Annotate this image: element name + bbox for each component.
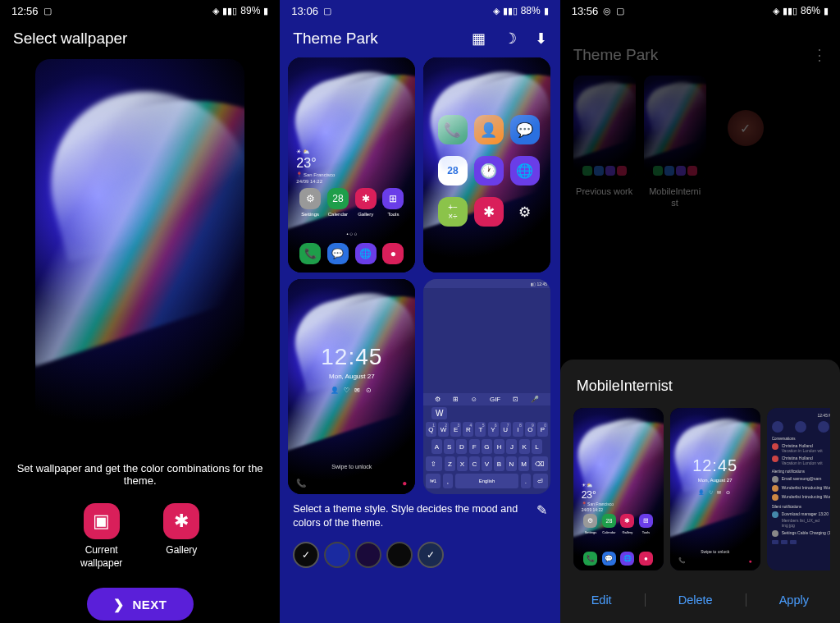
tools-app-icon: ⊞ — [382, 188, 404, 209]
wallpaper-preview[interactable] — [35, 59, 244, 449]
page-title: Select wallpaper — [0, 21, 280, 59]
current-wallpaper-label: Current wallpaper — [80, 544, 122, 570]
calendar-app-icon: 28 — [327, 188, 349, 209]
swipe-text: Swipe to unlock — [288, 464, 415, 470]
image-icon: ▢ — [323, 6, 331, 16]
gallery-app-icon: ✱ — [355, 188, 377, 209]
messages-icon: 💬 — [510, 115, 540, 144]
next-label: NEXT — [132, 598, 167, 612]
signal-icon: ▮▮▯ — [783, 6, 797, 16]
pencil-icon[interactable]: ✎ — [536, 502, 547, 518]
app-drawer-preview[interactable]: 📞 👤 💬 28 🕐 🌐 +−×÷ ✱ ⚙ — [423, 57, 550, 273]
status-time: 13:06 — [291, 5, 318, 17]
gallery-label: Gallery — [166, 544, 197, 557]
page-title-dimmed: Theme Park — [573, 46, 658, 64]
wifi-icon: ◈ — [773, 6, 779, 16]
checkmark-icon: ✓ — [740, 121, 751, 136]
download-icon[interactable]: ⬇ — [535, 30, 547, 48]
camera-icon: ● — [382, 243, 404, 264]
sheet-title: MobileInternist — [570, 378, 830, 395]
keyboard-rows: 1Q2W3E4R5T6Y7U8I9O0P ASDFGHJKL ⇧ZXCVBNM⌫… — [423, 420, 550, 490]
moon-icon[interactable]: ☽ — [504, 30, 517, 48]
battery-text: 86% — [801, 5, 820, 16]
gallery-icon: ✱ — [474, 197, 504, 227]
style-caption: Select a theme style. Style decides the … — [293, 502, 527, 530]
suggestion-bar: W — [423, 405, 550, 420]
color-swatch-4[interactable] — [386, 542, 413, 568]
keyboard-toolbar: ⚙⊞☺GIF⊡🎤 — [423, 393, 550, 405]
lock-time: 12:45 — [288, 344, 415, 370]
battery-icon: ▮ — [824, 6, 829, 16]
keyboard-preview[interactable]: ▮▯ 12:45 ⚙⊞☺GIF⊡🎤 W 1Q2W3E4R5T6Y7U8I9O0P… — [423, 279, 550, 494]
color-swatch-5[interactable]: ✓ — [418, 542, 444, 568]
battery-icon: ▮ — [544, 6, 549, 16]
phone-icon: 📞 — [438, 115, 468, 144]
lockscreen-preview[interactable]: 12:45 Mon, August 27 👤 ♡ ✉ ⊙ Swipe to un… — [288, 279, 415, 494]
calculator-icon: +−×÷ — [438, 197, 468, 227]
wifi-icon: ◈ — [493, 6, 500, 16]
status-time: 12:56 — [11, 5, 39, 17]
sync-icon: ◎ — [603, 6, 611, 16]
add-theme-button[interactable]: ✓ — [714, 76, 777, 181]
wifi-icon: ◈ — [212, 6, 219, 16]
home-preview[interactable]: ☀ ⛅ 23° 📍 San Francisco 24/09 14:22 ⚙Set… — [288, 57, 415, 273]
next-button[interactable]: ❯ NEXT — [87, 588, 194, 621]
theme-prev-work[interactable]: Previous work — [573, 76, 636, 209]
gallery-icon: ✱ — [163, 503, 199, 539]
battery-icon: ▮ — [263, 6, 268, 16]
sheet-home-preview[interactable]: ☀ ⛅ 23° 📍 San Francisco 24/09 14:22 ⚙Set… — [573, 408, 664, 570]
phone-icon: 📞 — [299, 243, 321, 264]
lock-notif-icons: 👤 ♡ ✉ ⊙ — [288, 387, 415, 394]
theme-detail-sheet: MobileInternist ☀ ⛅ 23° 📍 San Francisco … — [560, 360, 840, 623]
current-wallpaper-button[interactable]: ▣ Current wallpaper — [80, 503, 122, 570]
image-icon: ▢ — [616, 6, 624, 16]
color-swatch-1[interactable]: ✓ — [293, 542, 319, 568]
settings-app-icon: ⚙ — [299, 188, 321, 209]
status-time: 13:56 — [572, 5, 599, 17]
battery-text: 89% — [240, 5, 260, 16]
gallery-button[interactable]: ✱ Gallery — [163, 503, 199, 570]
internet-icon: 🌐 — [510, 156, 540, 186]
sheet-lock-preview[interactable]: 12:45 Mon, August 27 👤 ♡ ✉ ⊙ Swipe to un… — [670, 408, 760, 570]
signal-icon: ▮▮▯ — [503, 6, 518, 16]
delete-button[interactable]: Delete — [669, 589, 723, 612]
status-bar: 13:06 ▢ ◈ ▮▮▯ 88% ▮ — [280, 0, 559, 21]
weather-widget: ☀ ⛅ 23° 📍 San Francisco 24/09 14:22 — [296, 148, 335, 185]
caption-text: Set wallpaper and get the color combinat… — [0, 449, 280, 503]
phone-shortcut-icon: 📞 — [296, 479, 306, 488]
status-bar: 13:56 ◎ ▢ ◈ ▮▮▯ 86% ▮ — [560, 0, 840, 21]
more-icon[interactable]: ⋮ — [812, 46, 827, 64]
status-bar: 12:56 ▢ ◈ ▮▮▯ 89% ▮ — [0, 0, 280, 21]
color-swatch-2[interactable] — [324, 542, 350, 568]
theme-mobileinternist[interactable]: MobileInterni st — [644, 76, 706, 209]
lock-date: Mon, August 27 — [288, 373, 415, 380]
chevron-right-icon: ❯ — [113, 597, 125, 612]
kb-signal-icon: ▮▯ — [531, 282, 536, 286]
edit-button[interactable]: Edit — [582, 589, 622, 612]
page-title: Theme Park — [293, 30, 377, 48]
camera-shortcut-icon: ● — [402, 479, 407, 488]
calendar-icon: 28 — [438, 156, 468, 186]
contacts-icon: 👤 — [474, 115, 504, 144]
grid-icon[interactable]: ▦ — [472, 30, 486, 48]
sheet-notification-preview[interactable]: 12:45 Mon, July 14 Conversations Christi… — [767, 408, 830, 570]
color-swatches: ✓ ✓ — [280, 537, 559, 573]
settings-icon: ⚙ — [510, 197, 540, 227]
battery-text: 88% — [521, 5, 541, 16]
signal-icon: ▮▮▯ — [222, 6, 237, 16]
messages-icon: 💬 — [327, 243, 349, 264]
apply-button[interactable]: Apply — [769, 589, 819, 612]
color-swatch-3[interactable] — [355, 542, 381, 568]
image-icon: ▢ — [43, 6, 52, 16]
clock-icon: 🕐 — [474, 156, 504, 186]
wallpaper-icon: ▣ — [84, 503, 120, 539]
internet-icon: 🌐 — [355, 243, 377, 264]
